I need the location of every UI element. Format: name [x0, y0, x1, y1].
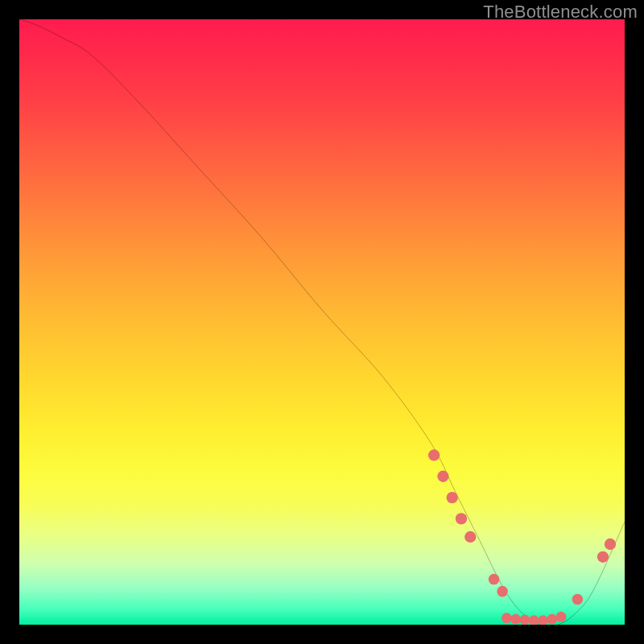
left-cluster-marker — [464, 531, 476, 543]
trough-marker — [538, 615, 548, 625]
left-cluster-marker — [447, 492, 458, 503]
bottleneck-curve — [19, 19, 625, 625]
left-cluster-marker — [456, 513, 467, 524]
trough-marker — [520, 615, 530, 625]
trough-marker — [510, 614, 521, 625]
watermark-text: TheBottleneck.com — [483, 2, 638, 23]
left-cluster-marker — [428, 449, 440, 460]
trough-marker — [556, 612, 567, 622]
trough-marker — [497, 586, 508, 597]
trough-marker — [547, 614, 557, 625]
chart-stage: TheBottleneck.com — [0, 0, 644, 644]
right-marker — [572, 594, 584, 605]
chart-svg — [19, 19, 625, 625]
plot-area — [19, 19, 625, 625]
markers-layer — [428, 449, 616, 625]
trough-marker — [502, 613, 512, 623]
right-marker — [597, 551, 609, 563]
left-cluster-marker — [437, 471, 448, 482]
trough-marker — [529, 615, 539, 625]
curve-layer — [19, 19, 625, 625]
right-marker — [605, 539, 616, 550]
trough-marker — [489, 574, 500, 585]
